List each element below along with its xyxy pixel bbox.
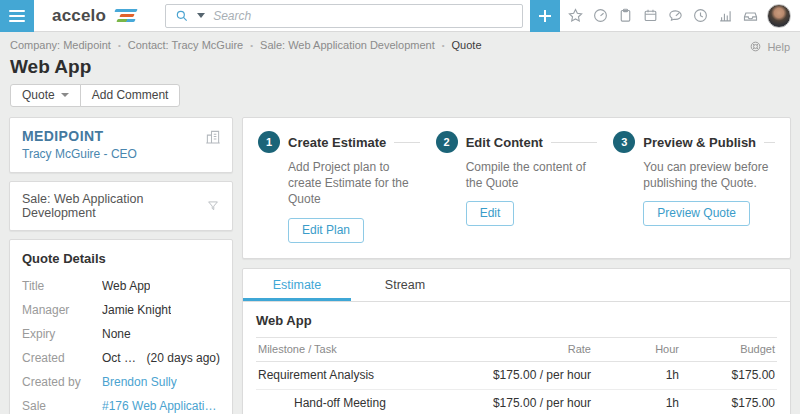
logo-text: accelo: [52, 6, 106, 26]
clipboard-icon[interactable]: [617, 7, 634, 24]
calendar-icon[interactable]: [642, 7, 659, 24]
building-icon: [204, 128, 222, 146]
breadcrumb: Company: Medipoint Contact: Tracy McGuir…: [0, 32, 800, 54]
tab-bar: Estimate Stream: [243, 269, 790, 302]
preview-quote-button[interactable]: Preview Quote: [643, 201, 750, 226]
field-title: Title Web App: [22, 279, 220, 293]
page-title: Web App: [0, 54, 800, 84]
breadcrumb-contact[interactable]: Contact: Tracy McGuire: [111, 39, 243, 51]
field-created-by: Created by Brendon Sully: [22, 375, 220, 389]
quote-details-card: Quote Details Title Web App Manager Jami…: [9, 239, 233, 414]
breadcrumb-company[interactable]: Company: Medipoint: [10, 39, 111, 51]
content-area: MEDIPOINT Tracy McGuire - CEO Sale: Web …: [0, 115, 800, 414]
search-box[interactable]: [165, 4, 523, 28]
created-days-ago: (20 days ago): [141, 351, 220, 365]
help-label: Help: [767, 41, 790, 53]
breadcrumb-sale[interactable]: Sale: Web Application Development: [243, 39, 435, 51]
add-new-button[interactable]: [530, 0, 560, 32]
company-contact[interactable]: Tracy McGuire - CEO: [22, 147, 220, 161]
field-expiry: Expiry None: [22, 327, 220, 341]
created-by-link[interactable]: Brendon Sully: [102, 375, 177, 389]
table-row[interactable]: Requirement Analysis $175.00 / per hour …: [256, 362, 777, 390]
funnel-icon[interactable]: [206, 199, 220, 213]
menu-icon[interactable]: [0, 0, 34, 32]
estimate-panel: Estimate Stream Web App Milestone / Task…: [242, 268, 791, 414]
user-avatar[interactable]: [767, 4, 791, 28]
estimate-table: Milestone / Task Rate Hour Budget Requir…: [256, 337, 777, 414]
chat-icon[interactable]: [667, 7, 684, 24]
field-sale: Sale #176 Web Application Deve...: [22, 399, 220, 413]
edit-plan-button[interactable]: Edit Plan: [288, 218, 364, 243]
table-header: Milestone / Task Rate Hour Budget: [256, 337, 777, 362]
search-icon[interactable]: [175, 9, 189, 23]
sale-card[interactable]: Sale: Web Application Development: [9, 181, 233, 231]
chevron-down-icon: [61, 93, 69, 97]
estimate-section-title: Web App: [243, 302, 790, 337]
search-scope-caret-icon[interactable]: [197, 13, 205, 18]
clock-icon[interactable]: [692, 7, 709, 24]
topbar-icon-row: [567, 7, 759, 24]
stats-icon[interactable]: [717, 7, 734, 24]
step-3-badge: 3: [613, 131, 635, 153]
add-comment-button[interactable]: Add Comment: [80, 84, 181, 107]
quote-menu-label: Quote: [22, 88, 55, 102]
field-created: Created Oct 27, 2015 (20 days ago): [22, 351, 220, 365]
edit-button[interactable]: Edit: [466, 201, 515, 226]
step-2-badge: 2: [436, 131, 458, 153]
quote-details-heading: Quote Details: [22, 251, 220, 266]
title-action-buttons: Quote Add Comment: [10, 84, 180, 107]
step-1-badge: 1: [258, 131, 280, 153]
breadcrumb-quote: Quote: [435, 39, 482, 51]
gauge-icon[interactable]: [592, 7, 609, 24]
company-name[interactable]: MEDIPOINT: [22, 128, 220, 144]
star-icon[interactable]: [567, 7, 584, 24]
sale-link[interactable]: #176 Web Application Deve...: [102, 399, 220, 413]
company-card[interactable]: MEDIPOINT Tracy McGuire - CEO: [9, 117, 233, 173]
accelo-logo-mark-icon: [113, 9, 137, 22]
quote-menu-button[interactable]: Quote: [10, 84, 81, 107]
main-panel: 1 Create Estimate Add Project plan to cr…: [242, 117, 791, 414]
step-create-estimate: 1 Create Estimate Add Project plan to cr…: [258, 131, 420, 243]
step-edit-content: 2 Edit Content Compile the content of th…: [436, 131, 598, 243]
sale-card-label: Sale: Web Application Development: [22, 192, 206, 220]
workflow-steps-card: 1 Create Estimate Add Project plan to cr…: [242, 117, 791, 259]
inbox-icon[interactable]: [742, 7, 759, 24]
tab-stream[interactable]: Stream: [351, 269, 459, 301]
top-bar: accelo: [0, 0, 800, 32]
table-row[interactable]: Hand-off Meeting $175.00 / per hour 1h $…: [256, 390, 777, 414]
search-input[interactable]: [213, 9, 513, 23]
help-lifering-icon: [749, 40, 762, 53]
field-manager: Manager Jamie Knight: [22, 303, 220, 317]
tab-estimate[interactable]: Estimate: [243, 269, 351, 301]
help-link[interactable]: Help: [749, 40, 790, 53]
accelo-logo[interactable]: accelo: [52, 6, 137, 26]
step-preview-publish: 3 Preview & Publish You can preview befo…: [613, 131, 775, 243]
sidebar: MEDIPOINT Tracy McGuire - CEO Sale: Web …: [9, 117, 233, 414]
